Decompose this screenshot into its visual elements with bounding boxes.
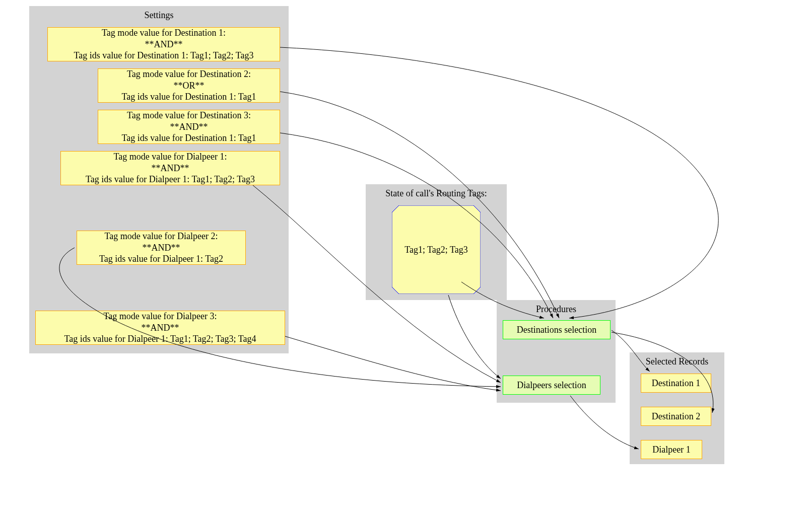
selected-records-title: Selected Records	[630, 356, 724, 367]
settings-title: Settings	[29, 10, 289, 21]
state-tags-note: Tag1; Tag2; Tag3	[392, 205, 481, 294]
settings-dial3-node: Tag mode value for Dialpeer 3: **AND** T…	[35, 311, 285, 345]
procedures-title: Procedures	[497, 304, 616, 315]
settings-dial2-node: Tag mode value for Dialpeer 2: **AND** T…	[77, 231, 246, 265]
destinations-selection-node: Destinations selection	[503, 320, 611, 339]
selected-dest1-node: Destination 1	[641, 374, 711, 393]
settings-dest2-node: Tag mode value for Destination 2: **OR**…	[98, 68, 280, 103]
dialpeers-selection-node: Dialpeers selection	[503, 376, 600, 395]
settings-dest1-node: Tag mode value for Destination 1: **AND*…	[47, 27, 280, 61]
settings-dest3-node: Tag mode value for Destination 3: **AND*…	[98, 110, 280, 144]
selected-dial1-node: Dialpeer 1	[641, 440, 702, 459]
selected-dest2-node: Destination 2	[641, 407, 711, 426]
state-title: State of call's Routing Tags:	[366, 188, 507, 199]
state-tags-text: Tag1; Tag2; Tag3	[392, 205, 481, 294]
settings-dial1-node: Tag mode value for Dialpeer 1: **AND** T…	[60, 151, 280, 185]
